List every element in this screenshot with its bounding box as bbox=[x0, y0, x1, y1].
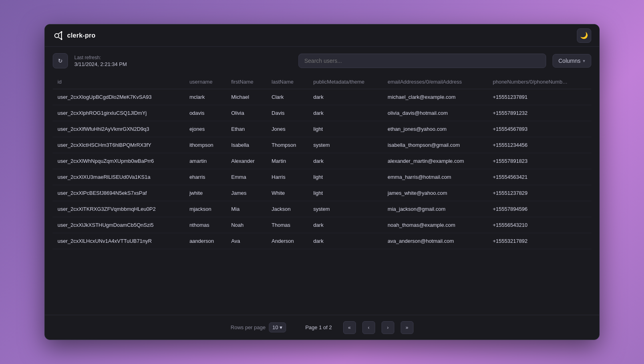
table-row[interactable]: user_2cxXlWhNpquZqmXUpmb0wBaPrr6amartinA… bbox=[53, 153, 591, 169]
table-cell: mia_jackson@gmail.com bbox=[383, 201, 488, 217]
table-cell: Ethan bbox=[227, 121, 267, 137]
table-row[interactable]: user_2cxXlXU3maeRlLlSEUd0Va1KS1aeharrisE… bbox=[53, 169, 591, 185]
table-cell: emma_harris@hotmail.com bbox=[383, 169, 488, 185]
table-cell: Thompson bbox=[267, 137, 309, 153]
table-cell: +15551237891 bbox=[488, 89, 591, 105]
first-page-button[interactable]: « bbox=[343, 321, 356, 334]
table-cell: isabella_thompson@gmail.com bbox=[383, 137, 488, 153]
search-wrap bbox=[298, 54, 546, 68]
table-cell: alexander_martin@example.com bbox=[383, 153, 488, 169]
table-cell: user_2cxXlphROG1girxluCSQ1JlDmYj bbox=[53, 105, 185, 121]
table-cell: amartin bbox=[185, 153, 227, 169]
pagination-bar: Rows per page 10 ▾ Page 1 of 2 « ‹ › » bbox=[45, 315, 599, 340]
table-cell: +15557894596 bbox=[488, 201, 591, 217]
svg-point-0 bbox=[55, 34, 59, 38]
table-body: user_2cxXlogUpBCgdDlo2MeK7KvSA93mclarkMi… bbox=[53, 89, 591, 249]
table-cell: light bbox=[308, 185, 383, 201]
rows-per-page-label: Rows per page bbox=[231, 324, 265, 330]
refresh-icon: ↻ bbox=[58, 58, 63, 64]
toolbar: ↻ Last refresh: 3/11/2024, 2:21:34 PM Co… bbox=[45, 47, 599, 75]
table-cell: ava_anderson@hotmail.com bbox=[383, 233, 488, 249]
table-row[interactable]: user_2cxXlctHSCHm3T6hlBPQMrRX3fYithompso… bbox=[53, 137, 591, 153]
table-cell: Ava bbox=[227, 233, 267, 249]
table-cell: Noah bbox=[227, 217, 267, 233]
table-row[interactable]: user_2cxXlfWfuHhl2AyVkmrGXN2D9q3ejonesEt… bbox=[53, 121, 591, 137]
next-page-button[interactable]: › bbox=[382, 321, 394, 334]
theme-toggle-button[interactable]: 🌙 bbox=[577, 28, 591, 43]
table-cell: ithompson bbox=[185, 137, 227, 153]
columns-button[interactable]: Columns ▾ bbox=[553, 54, 591, 68]
table-cell: ejones bbox=[185, 121, 227, 137]
table-cell: system bbox=[308, 137, 383, 153]
table-container: id username firstName lastName publicMet… bbox=[45, 75, 599, 315]
table-row[interactable]: user_2cxXlogUpBCgdDlo2MeK7KvSA93mclarkMi… bbox=[53, 89, 591, 105]
col-phone: phoneNumbers/0/phoneNumb… bbox=[488, 75, 591, 89]
table-cell: Harris bbox=[267, 169, 309, 185]
table-cell: user_2cxXlctHSCHm3T6hlBPQMrRX3fY bbox=[53, 137, 185, 153]
table-cell: mjackson bbox=[185, 201, 227, 217]
table-cell: light bbox=[308, 169, 383, 185]
table-cell: Martin bbox=[267, 153, 309, 169]
table-cell: James bbox=[227, 185, 267, 201]
table-cell: james_white@yahoo.com bbox=[383, 185, 488, 201]
last-refresh-label: Last refresh: bbox=[74, 55, 127, 60]
table-cell: +15554563421 bbox=[488, 169, 591, 185]
table-row[interactable]: user_2cxXlJkXSTHUgmDoamCb5QnSzi5nthomasN… bbox=[53, 217, 591, 233]
table-cell: dark bbox=[308, 233, 383, 249]
columns-label: Columns bbox=[559, 58, 580, 64]
table-cell: noah_thomas@example.com bbox=[383, 217, 488, 233]
table-cell: White bbox=[267, 185, 309, 201]
table-cell: Olivia bbox=[227, 105, 267, 121]
rows-per-page-control: Rows per page 10 ▾ bbox=[231, 322, 286, 332]
table-cell: aanderson bbox=[185, 233, 227, 249]
table-cell: +15551234456 bbox=[488, 137, 591, 153]
table-cell: dark bbox=[308, 217, 383, 233]
refresh-button[interactable]: ↻ bbox=[53, 53, 68, 68]
app-name: clerk-pro bbox=[67, 32, 95, 39]
table-cell: Davis bbox=[267, 105, 309, 121]
table-row[interactable]: user_2cxXlphROG1girxluCSQ1JlDmYjodavisOl… bbox=[53, 105, 591, 121]
table-cell: michael_clark@example.com bbox=[383, 89, 488, 105]
last-page-button[interactable]: » bbox=[401, 321, 413, 334]
chevron-down-icon: ▾ bbox=[583, 58, 585, 64]
table-row[interactable]: user_2cxXlTKRXG3ZFVqmbbmqHLeu0P2mjackson… bbox=[53, 201, 591, 217]
titlebar: clerk-pro 🌙 bbox=[45, 24, 599, 47]
table-cell: Anderson bbox=[267, 233, 309, 249]
rows-per-page-select[interactable]: 10 ▾ bbox=[269, 322, 286, 332]
search-input[interactable] bbox=[298, 54, 546, 68]
table-cell: Mia bbox=[227, 201, 267, 217]
table-cell: Jones bbox=[267, 121, 309, 137]
svg-point-1 bbox=[61, 31, 62, 33]
table-cell: +15557891823 bbox=[488, 153, 591, 169]
table-cell: +15554567893 bbox=[488, 121, 591, 137]
table-cell: ethan_jones@yahoo.com bbox=[383, 121, 488, 137]
table-cell: Isabella bbox=[227, 137, 267, 153]
table-cell: user_2cxXlogUpBCgdDlo2MeK7KvSA93 bbox=[53, 89, 185, 105]
table-row[interactable]: user_2cxXlLHcxUNv1A4xVTTuUB71nyRaanderso… bbox=[53, 233, 591, 249]
table-row[interactable]: user_2cxXlPcBESfJ8694N5ekS7xsPafjwhiteJa… bbox=[53, 185, 591, 201]
col-email: emailAddresses/0/emailAddress bbox=[383, 75, 488, 89]
svg-point-2 bbox=[61, 38, 62, 40]
col-theme: publicMetadata/theme bbox=[308, 75, 383, 89]
last-refresh-info: Last refresh: 3/11/2024, 2:21:34 PM bbox=[74, 55, 127, 67]
page-info: Page 1 of 2 bbox=[305, 324, 332, 330]
table-cell: system bbox=[308, 201, 383, 217]
table-cell: mclark bbox=[185, 89, 227, 105]
table-cell: nthomas bbox=[185, 217, 227, 233]
table-cell: +15556543210 bbox=[488, 217, 591, 233]
users-table: id username firstName lastName publicMet… bbox=[53, 75, 591, 249]
table-cell: +15553217892 bbox=[488, 233, 591, 249]
table-header: id username firstName lastName publicMet… bbox=[53, 75, 591, 89]
table-cell: user_2cxXlfWfuHhl2AyVkmrGXN2D9q3 bbox=[53, 121, 185, 137]
last-refresh-time: 3/11/2024, 2:21:34 PM bbox=[74, 61, 127, 67]
col-id: id bbox=[53, 75, 185, 89]
table-cell: user_2cxXlXU3maeRlLlSEUd0Va1KS1a bbox=[53, 169, 185, 185]
table-cell: jwhite bbox=[185, 185, 227, 201]
main-window: clerk-pro 🌙 ↻ Last refresh: 3/11/2024, 2… bbox=[44, 24, 600, 340]
table-cell: +15551237829 bbox=[488, 185, 591, 201]
prev-page-button[interactable]: ‹ bbox=[362, 321, 375, 334]
table-cell: user_2cxXlWhNpquZqmXUpmb0wBaPrr6 bbox=[53, 153, 185, 169]
table-cell: Jackson bbox=[267, 201, 309, 217]
table-cell: user_2cxXlTKRXG3ZFVqmbbmqHLeu0P2 bbox=[53, 201, 185, 217]
rows-select-chevron: ▾ bbox=[280, 324, 282, 330]
